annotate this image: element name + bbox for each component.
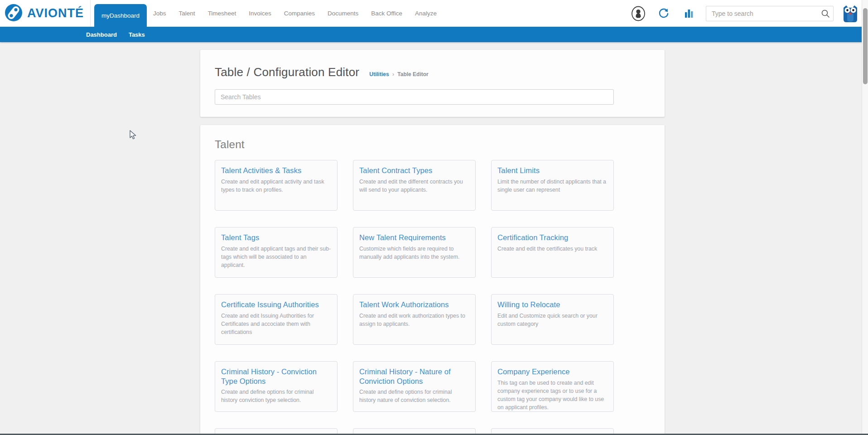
breadcrumb-link-utilities[interactable]: Utilities [369, 71, 389, 77]
nav-item-analyze[interactable]: Analyze [409, 0, 443, 27]
section-title: Talent [215, 138, 665, 151]
table-card-criminal-history-nature-of-conviction-options[interactable]: Criminal History - Nature of Conviction … [353, 361, 476, 412]
avionte-logo-icon [5, 4, 23, 24]
table-card-certification-tracking[interactable]: Certification Tracking Create and edit t… [491, 227, 614, 278]
subnav-item-tasks[interactable]: Tasks [129, 31, 145, 38]
subnav-item-dashboard[interactable]: Dashboard [86, 31, 117, 38]
header-panel: Table / Configuration Editor Utilities ›… [200, 50, 665, 117]
card-title: Talent Work Authorizations [359, 300, 469, 309]
app-window: AVIONTÉ myDashboardJobsTalentTimesheetIn… [0, 0, 868, 435]
topbar-right [630, 5, 868, 22]
card-description: Limit the number of distinct applicants … [497, 178, 608, 194]
brand-name: AVIONTÉ [27, 6, 84, 20]
card-description: Create and edit work authorization types… [359, 312, 469, 328]
table-card-talent-work-authorizations[interactable]: Talent Work Authorizations Create and ed… [353, 294, 476, 345]
user-avatar-icon[interactable] [630, 5, 647, 22]
vertical-scrollbar[interactable] [862, 0, 868, 435]
card-title: New Talent Requirements [359, 233, 469, 242]
card-title: Talent Limits [497, 166, 608, 175]
table-card-talent-activities-tasks[interactable]: Talent Activities & Tasks Create and edi… [215, 160, 338, 211]
breadcrumb: Utilities › Table Editor [369, 71, 428, 77]
table-card-talent-tags[interactable]: Talent Tags Create and edit applicant ta… [215, 227, 338, 278]
table-card-talent-contract-types[interactable]: Talent Contract Types Create and edit th… [353, 160, 476, 211]
table-search-input[interactable] [215, 89, 614, 105]
nav-item-documents[interactable]: Documents [321, 0, 365, 27]
card-title: Talent Tags [221, 233, 331, 242]
card-description: Create and define options for criminal h… [221, 388, 331, 404]
card-title: Certification Tracking [497, 233, 608, 242]
nav-item-jobs[interactable]: Jobs [147, 0, 173, 27]
table-card-criminal-history-conviction-type-options[interactable]: Criminal History - Conviction Type Optio… [215, 361, 338, 412]
top-navbar: AVIONTÉ myDashboardJobsTalentTimesheetIn… [0, 0, 868, 27]
card-description: Create and edit applicant activity and t… [221, 178, 331, 194]
sub-navbar: DashboardTasks [0, 27, 868, 42]
primary-nav: myDashboardJobsTalentTimesheetInvoicesCo… [94, 0, 443, 27]
card-title: Willing to Relocate [497, 300, 608, 309]
table-card-talent-limits[interactable]: Talent Limits Limit the number of distin… [491, 160, 614, 211]
card-title: Criminal History - Conviction Type Optio… [221, 367, 331, 386]
bar-chart-icon[interactable] [680, 5, 698, 22]
card-title: Talent Contract Types [359, 166, 469, 175]
card-title: Certificate Issuing Authorities [221, 300, 331, 309]
mouse-cursor-icon [128, 130, 138, 142]
nav-item-mydashboard[interactable]: myDashboard [94, 4, 147, 27]
card-title: Talent Activities & Tasks [221, 166, 331, 175]
scrollbar-thumb[interactable] [863, 8, 868, 84]
brand[interactable]: AVIONTÉ [0, 0, 90, 27]
search-icon[interactable] [821, 9, 830, 20]
table-search [215, 89, 665, 105]
card-description: Edit and Customize quick search or your … [497, 312, 608, 328]
nav-item-talent[interactable]: Talent [173, 0, 202, 27]
breadcrumb-separator: › [391, 71, 396, 77]
global-search [706, 6, 834, 21]
card-title: Company Experience [497, 367, 608, 377]
table-card-company-experience[interactable]: Company Experience This tag can be used … [491, 361, 614, 412]
nav-item-invoices[interactable]: Invoices [242, 0, 278, 27]
divider [90, 0, 91, 27]
breadcrumb-current: Table Editor [397, 71, 428, 77]
table-card-willing-to-relocate[interactable]: Willing to Relocate Edit and Customize q… [491, 294, 614, 345]
card-title: Criminal History - Nature of Conviction … [359, 367, 469, 386]
nav-item-back-office[interactable]: Back Office [365, 0, 409, 27]
table-card-new-talent-requirements[interactable]: New Talent Requirements Customize which … [353, 227, 476, 278]
card-description: Create and edit applicant tags and their… [221, 245, 331, 270]
refresh-icon[interactable] [655, 5, 672, 22]
global-search-input[interactable] [706, 6, 834, 21]
card-description: Create and edit Issuing Authorities for … [221, 312, 331, 337]
page-title: Table / Configuration Editor [215, 65, 359, 79]
table-card-certificate-issuing-authorities[interactable]: Certificate Issuing Authorities Create a… [215, 294, 338, 345]
card-description: Create and edit the certificates you tra… [497, 245, 608, 253]
nav-item-companies[interactable]: Companies [278, 0, 321, 27]
card-description: Customize which fields are required to m… [359, 245, 469, 261]
owl-icon[interactable] [842, 5, 859, 22]
cards-grid: Talent Activities & Tasks Create and edi… [215, 160, 614, 435]
card-description: Create and define options for criminal h… [359, 388, 469, 404]
nav-item-timesheet[interactable]: Timesheet [202, 0, 243, 27]
card-description: Create and edit the different contracts … [359, 178, 469, 194]
talent-panel: Talent Talent Activities & Tasks Create … [200, 125, 665, 435]
card-description: This tag can be used to create and edit … [497, 379, 608, 412]
title-row: Table / Configuration Editor Utilities ›… [215, 65, 665, 79]
